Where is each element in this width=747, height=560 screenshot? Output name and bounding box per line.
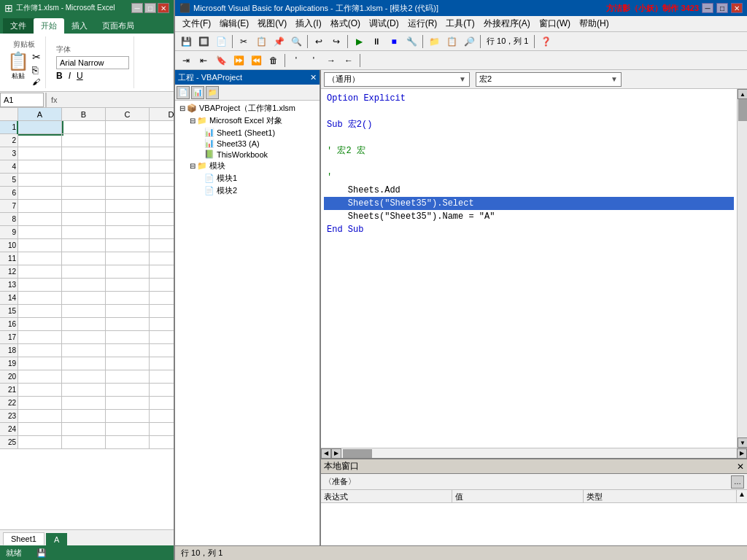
- vba-restore-btn[interactable]: □: [716, 3, 728, 13]
- grid-cell[interactable]: [106, 436, 150, 449]
- vba-close-btn[interactable]: ✕: [731, 3, 743, 13]
- grid-cell[interactable]: [150, 239, 174, 252]
- grid-cell[interactable]: [150, 436, 174, 449]
- grid-cell[interactable]: [62, 318, 106, 331]
- paste-btn[interactable]: 📌: [271, 34, 287, 50]
- formula-input[interactable]: [61, 95, 174, 105]
- grid-cell[interactable]: [62, 410, 106, 423]
- comment-block-btn[interactable]: ': [288, 52, 304, 69]
- grid-cell[interactable]: [18, 239, 62, 252]
- grid-cell[interactable]: [150, 305, 174, 318]
- code-line[interactable]: ': [324, 171, 734, 184]
- sheet-tab-sheet1[interactable]: Sheet1: [3, 532, 44, 545]
- code-line[interactable]: Sheets("Sheet35").Name = "A": [324, 210, 734, 223]
- next-bookmark-btn[interactable]: ⏩: [231, 52, 247, 69]
- grid-cell[interactable]: [106, 252, 150, 265]
- copy-btn[interactable]: ⎘: [32, 64, 41, 76]
- grid-cell[interactable]: [150, 279, 174, 292]
- grid-cell[interactable]: [62, 436, 106, 449]
- underline-btn[interactable]: U: [77, 71, 83, 81]
- grid-cell[interactable]: [106, 384, 150, 397]
- grid-cell[interactable]: [18, 384, 62, 397]
- menu-run[interactable]: 运行(R): [403, 16, 442, 31]
- grid-cell[interactable]: [106, 187, 150, 200]
- vba-save-btn[interactable]: 💾: [178, 34, 194, 50]
- grid-cell[interactable]: [18, 174, 62, 187]
- grid-cell[interactable]: [18, 331, 62, 344]
- grid-cell[interactable]: [150, 318, 174, 331]
- grid-cell[interactable]: [150, 370, 174, 384]
- grid-cell[interactable]: [18, 318, 62, 331]
- grid-cell[interactable]: [62, 174, 106, 187]
- grid-cell[interactable]: [18, 292, 62, 305]
- grid-cell[interactable]: [62, 292, 106, 305]
- menu-window[interactable]: 窗口(W): [535, 16, 575, 31]
- project-close-btn[interactable]: ✕: [310, 73, 317, 82]
- clear-bookmarks-btn[interactable]: 🗑: [266, 52, 282, 69]
- tree-item[interactable]: ⊟📁模块: [177, 160, 318, 172]
- menu-format[interactable]: 格式(O): [326, 16, 365, 31]
- view-object-btn[interactable]: 📊: [191, 86, 204, 99]
- grid-cell[interactable]: [18, 344, 62, 357]
- menu-file[interactable]: 文件(F): [178, 16, 215, 31]
- project-explorer-btn[interactable]: 📁: [426, 34, 442, 50]
- grid-cell[interactable]: [106, 147, 150, 160]
- code-line[interactable]: Sheets("Sheet35").Select: [324, 197, 734, 210]
- grid-cell[interactable]: [18, 436, 62, 449]
- design-mode-btn[interactable]: 🔧: [403, 34, 419, 50]
- tab-insert[interactable]: 插入: [64, 18, 95, 34]
- undo-btn[interactable]: ↩: [311, 34, 327, 50]
- grid-cell[interactable]: [62, 370, 106, 384]
- grid-cell[interactable]: [62, 134, 106, 147]
- grid-cell[interactable]: [106, 279, 150, 292]
- scroll-up-btn[interactable]: ▲: [738, 89, 747, 99]
- grid-cell[interactable]: [150, 265, 174, 279]
- grid-cell[interactable]: [18, 305, 62, 318]
- save-icon[interactable]: 💾: [36, 548, 47, 558]
- grid-cell[interactable]: [18, 252, 62, 265]
- menu-help[interactable]: 帮助(H): [575, 16, 614, 31]
- expand-icon[interactable]: ⊟: [190, 117, 196, 125]
- code-line[interactable]: Sub 宏2(): [324, 118, 734, 131]
- grid-cell[interactable]: [150, 226, 174, 239]
- grid-cell[interactable]: [150, 187, 174, 200]
- expand-icon[interactable]: ⊟: [190, 162, 196, 170]
- grid-cell[interactable]: [62, 344, 106, 357]
- grid-cell[interactable]: [106, 331, 150, 344]
- outdent2-btn[interactable]: ←: [341, 52, 357, 69]
- menu-tools[interactable]: 工具(T): [441, 16, 479, 31]
- grid-cell[interactable]: [106, 265, 150, 279]
- grid-cell[interactable]: [62, 423, 106, 436]
- object-combo[interactable]: （通用） ▼: [324, 72, 470, 87]
- grid-cell[interactable]: [150, 292, 174, 305]
- object-browser-btn[interactable]: 🔎: [461, 34, 477, 50]
- code-line[interactable]: [324, 158, 734, 171]
- hscroll-thumb[interactable]: [343, 449, 372, 458]
- grid-cell[interactable]: [18, 200, 62, 213]
- grid-cell[interactable]: [62, 331, 106, 344]
- grid-cell[interactable]: [106, 397, 150, 410]
- proc-combo[interactable]: 宏2 ▼: [476, 72, 622, 87]
- grid-cell[interactable]: [150, 252, 174, 265]
- menu-insert[interactable]: 插入(I): [291, 16, 325, 31]
- grid-cell[interactable]: [62, 187, 106, 200]
- grid-cell[interactable]: [150, 213, 174, 226]
- tab-file[interactable]: 文件: [3, 18, 34, 34]
- grid-cell[interactable]: [18, 357, 62, 370]
- grid-cell[interactable]: [62, 252, 106, 265]
- tree-item[interactable]: ⊟📁Microsoft Excel 对象: [177, 114, 318, 127]
- expand-icon[interactable]: ⊟: [179, 104, 185, 112]
- toggle-folders-btn[interactable]: 📁: [206, 86, 219, 99]
- grid-cell[interactable]: [18, 265, 62, 279]
- grid-cell[interactable]: [106, 344, 150, 357]
- code-vscrollbar[interactable]: ▲ ▼: [737, 89, 747, 448]
- grid-cell[interactable]: [150, 384, 174, 397]
- scroll-right-btn[interactable]: ▶: [331, 448, 341, 459]
- code-line[interactable]: ' 宏2 宏: [324, 144, 734, 158]
- grid-cell[interactable]: [150, 410, 174, 423]
- copy-btn[interactable]: 📋: [253, 34, 269, 50]
- grid-cell[interactable]: [62, 279, 106, 292]
- tree-item[interactable]: 📄模块1: [177, 172, 318, 184]
- grid-cell[interactable]: [62, 265, 106, 279]
- grid-cell[interactable]: [106, 213, 150, 226]
